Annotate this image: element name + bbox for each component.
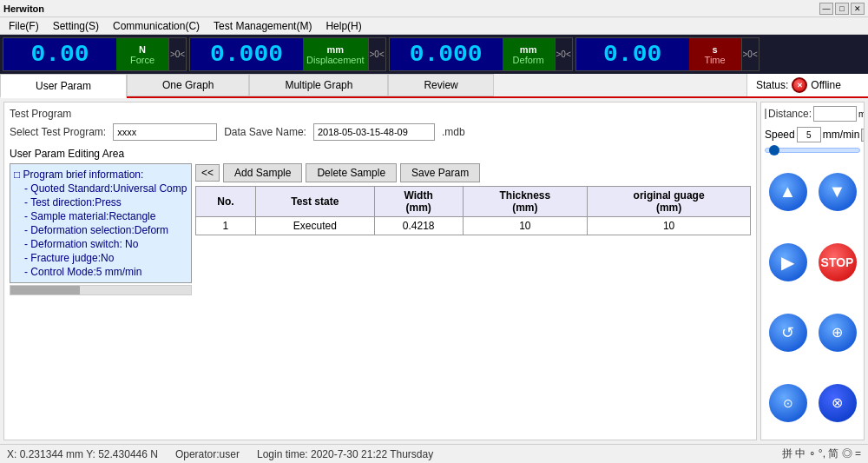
tree-scrollbar[interactable] xyxy=(10,285,192,295)
col-thickness: Thickness(mm) xyxy=(463,187,588,217)
menu-file[interactable]: File(F) xyxy=(2,18,46,34)
force-value: 0.00 xyxy=(30,41,89,68)
distance-input[interactable] xyxy=(813,106,857,122)
deform-gauge: 0.000 mm Deform >0< xyxy=(389,37,573,71)
test-program-row: Select Test Program: Data Save Name: .md… xyxy=(10,123,751,141)
speed-row: Speed mm/min Set xyxy=(765,127,860,142)
status-section: Status: Offline xyxy=(746,74,868,96)
speed-label: Speed xyxy=(765,129,795,141)
zero-button[interactable]: ⊙ xyxy=(769,384,807,422)
tab-user-param[interactable]: User Param xyxy=(0,74,127,98)
delete-sample-button[interactable]: Delete Sample xyxy=(306,163,397,182)
status-value: Offline xyxy=(811,79,840,91)
lock-button[interactable]: ⊕ xyxy=(819,314,857,352)
x-button[interactable]: ⊗ xyxy=(819,384,857,422)
move-up-button[interactable]: ▲ xyxy=(769,173,807,211)
time-name: Time xyxy=(705,55,726,65)
col-width: Width(mm) xyxy=(374,187,463,217)
time-expand[interactable]: >0< xyxy=(741,38,759,70)
distance-row: Distance: mm xyxy=(765,106,860,122)
deform-name: Deform xyxy=(513,55,544,65)
distance-checkbox[interactable] xyxy=(765,109,766,119)
speed-slider[interactable] xyxy=(765,148,860,153)
play-button[interactable]: ▶ xyxy=(769,243,807,281)
stop-button[interactable]: STOP xyxy=(819,243,857,281)
menu-setting[interactable]: Setting(S) xyxy=(46,18,106,34)
tree-item-4: - Deformation switch: No xyxy=(24,237,187,251)
right-panel: Distance: mm Speed mm/min Set ▲ ▼ ▶ STOP… xyxy=(760,102,865,440)
displacement-expand[interactable]: >0< xyxy=(368,38,385,70)
maximize-button[interactable]: □ xyxy=(835,3,849,15)
table-row: 1 Executed 0.4218 10 10 xyxy=(196,217,751,235)
move-down-button[interactable]: ▼ xyxy=(819,173,857,211)
tab-review[interactable]: Review xyxy=(388,74,493,96)
col-state: Test state xyxy=(255,187,374,217)
deform-expand[interactable]: >0< xyxy=(555,38,572,70)
status-label: Status: xyxy=(756,79,788,91)
test-program-title: Test Program xyxy=(10,108,751,120)
force-expand[interactable]: >0< xyxy=(168,38,186,70)
cell-thickness: 10 xyxy=(463,217,588,235)
force-unit: N xyxy=(139,44,146,55)
menu-bar: File(F) Setting(S) Communication(C) Test… xyxy=(0,17,868,35)
force-name: Force xyxy=(130,55,155,65)
time-value-area: 0.00 xyxy=(576,38,689,70)
force-label-area: N Force xyxy=(116,38,168,70)
displacement-value: 0.000 xyxy=(210,41,283,68)
col-no: No. xyxy=(196,187,256,217)
app-title: Herwiton xyxy=(3,3,819,14)
scroll-thumb xyxy=(10,286,80,294)
window-controls[interactable]: — □ ✕ xyxy=(819,3,865,15)
toolbar: << Add Sample Delete Sample Save Param xyxy=(195,163,751,182)
force-value-area: 0.00 xyxy=(3,38,116,70)
deform-value: 0.000 xyxy=(410,41,483,68)
speed-slider-thumb[interactable] xyxy=(769,145,779,155)
save-param-button[interactable]: Save Param xyxy=(400,163,480,182)
tree-item-0: - Quoted Standard:Universal Comp xyxy=(24,182,187,195)
menu-help[interactable]: Help(H) xyxy=(319,18,368,34)
time-gauge: 0.00 s Time >0< xyxy=(575,37,760,71)
return-button[interactable]: ↺ xyxy=(769,314,807,352)
displacement-value-area: 0.000 xyxy=(190,38,303,70)
cell-width: 0.4218 xyxy=(374,217,463,235)
col-guage: original guage(mm) xyxy=(588,187,751,217)
menu-communication[interactable]: Communication(C) xyxy=(106,18,207,34)
tree-items: - Quoted Standard:Universal Comp - Test … xyxy=(14,182,187,279)
save-name-input[interactable] xyxy=(313,123,435,141)
login-time-display: Login time: 2020-7-30 21:22 Thursday xyxy=(257,448,433,460)
save-ext: .mdb xyxy=(442,126,465,138)
editing-layout: □ Program brief information: - Quoted St… xyxy=(10,163,751,420)
menu-test-management[interactable]: Test Management(M) xyxy=(207,18,319,34)
test-program-input[interactable] xyxy=(113,123,217,141)
time-label-area: s Time xyxy=(689,38,741,70)
tree-root: □ Program brief information: xyxy=(14,168,187,182)
sample-table: No. Test state Width(mm) Thickness(mm) o… xyxy=(195,186,751,235)
right-content: << Add Sample Delete Sample Save Param N… xyxy=(195,163,751,420)
displacement-name: Displacement xyxy=(306,55,365,65)
deform-value-area: 0.000 xyxy=(390,38,503,70)
editing-area-title: User Param Editing Area xyxy=(10,148,751,160)
deform-unit: mm xyxy=(520,44,537,55)
time-unit: s xyxy=(713,44,718,55)
collapse-button[interactable]: << xyxy=(195,164,220,182)
speed-input[interactable] xyxy=(797,127,821,142)
displacement-gauge: 0.000 mm Displacement >0< xyxy=(189,37,386,71)
tab-one-graph[interactable]: One Graph xyxy=(127,74,249,96)
displacement-label-area: mm Displacement xyxy=(303,38,368,70)
distance-label: Distance: xyxy=(768,108,812,120)
operator-display: Operator:user xyxy=(175,448,240,460)
time-value: 0.00 xyxy=(603,41,661,68)
select-label: Select Test Program: xyxy=(10,126,106,138)
set-button[interactable]: Set xyxy=(861,129,865,142)
tree-item-1: - Test direction:Press xyxy=(24,195,187,209)
control-grid: ▲ ▼ ▶ STOP ↺ ⊕ ⊙ ⊗ xyxy=(765,158,860,436)
close-button[interactable]: ✕ xyxy=(851,3,865,15)
deform-label-area: mm Deform xyxy=(503,38,555,70)
tab-multiple-graph[interactable]: Multiple Graph xyxy=(249,74,388,96)
tree-panel[interactable]: □ Program brief information: - Quoted St… xyxy=(10,163,192,283)
tree-item-6: - Control Mode:5 mm/min xyxy=(24,265,187,279)
minimize-button[interactable]: — xyxy=(819,3,833,15)
add-sample-button[interactable]: Add Sample xyxy=(223,163,302,182)
distance-unit: mm xyxy=(858,109,865,119)
main-layout: Test Program Select Test Program: Data S… xyxy=(0,98,868,444)
